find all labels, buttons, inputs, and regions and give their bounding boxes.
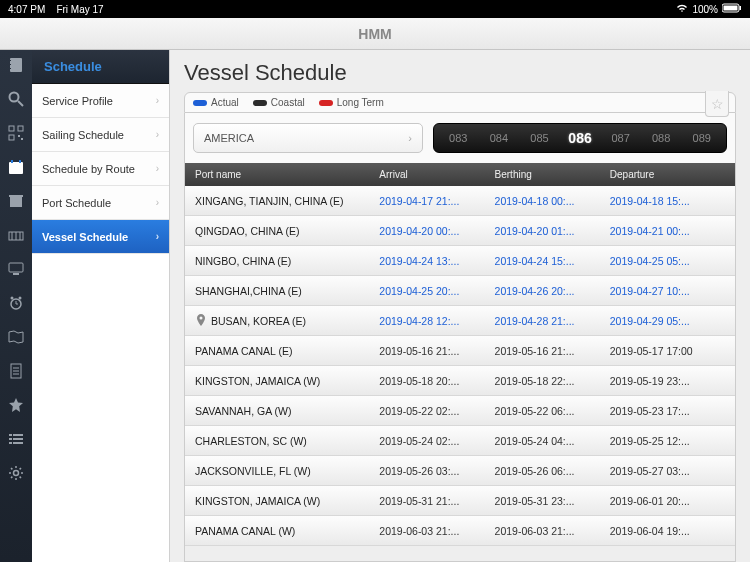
app-title: HMM [358,26,391,42]
svg-rect-34 [9,434,12,436]
table-row[interactable]: XINGANG, TIANJIN, CHINA (E)2019-04-17 21… [185,186,735,216]
voyage-tab-088[interactable]: 088 [641,127,682,149]
berthing-cell: 2019-04-26 20:... [495,285,610,297]
table-row[interactable]: PANAMA CANAL (E)2019-05-16 21:...2019-05… [185,336,735,366]
rail-search-icon[interactable] [7,90,25,108]
chevron-right-icon: › [156,163,159,174]
arrival-cell: 2019-05-24 02:... [379,435,494,447]
svg-rect-15 [11,160,13,163]
sidebar-item-schedule-by-route[interactable]: Schedule by Route› [32,152,169,186]
location-pin-icon [195,314,207,328]
port-name: KINGSTON, JAMAICA (W) [195,375,320,387]
departure-cell: 2019-05-17 17:00 [610,345,725,357]
rail-doc-icon[interactable] [7,362,25,380]
svg-rect-14 [9,162,23,174]
port-name: SAVANNAH, GA (W) [195,405,291,417]
departure-cell: 2019-06-01 20:... [610,495,725,507]
arrival-cell: 2019-05-31 21:... [379,495,494,507]
svg-rect-5 [8,64,11,65]
table-body[interactable]: XINGANG, TIANJIN, CHINA (E)2019-04-17 21… [184,186,736,562]
rail-list-icon[interactable] [7,430,25,448]
arrival-cell: 2019-05-16 21:... [379,345,494,357]
table-row[interactable]: SHANGHAI,CHINA (E)2019-04-25 20:...2019-… [185,276,735,306]
port-name: JACKSONVILLE, FL (W) [195,465,311,477]
table-row[interactable]: JACKSONVILLE, FL (W)2019-05-26 03:...201… [185,456,735,486]
table-row[interactable]: KINGSTON, JAMAICA (W)2019-05-18 20:...20… [185,366,735,396]
arrival-cell: 2019-04-28 12:... [379,315,494,327]
port-cell: BUSAN, KOREA (E) [195,314,379,328]
svg-rect-13 [21,138,23,140]
legend-item-long-term: Long Term [319,97,384,108]
svg-rect-12 [18,135,20,137]
legend-swatch [253,100,267,106]
port-cell: KINGSTON, JAMAICA (W) [195,375,379,387]
svg-rect-2 [740,6,742,10]
port-cell: CHARLESTON, SC (W) [195,435,379,447]
port-name: PANAMA CANAL (E) [195,345,292,357]
voyage-tab-089[interactable]: 089 [681,127,722,149]
sidebar-item-sailing-schedule[interactable]: Sailing Schedule› [32,118,169,152]
rail-qr-icon[interactable] [7,124,25,142]
berthing-cell: 2019-04-20 01:... [495,225,610,237]
port-name: XINGANG, TIANJIN, CHINA (E) [195,195,344,207]
table-row[interactable]: SAVANNAH, GA (W)2019-05-22 02:...2019-05… [185,396,735,426]
arrival-cell: 2019-04-17 21:... [379,195,494,207]
svg-rect-10 [18,126,23,131]
table-header: Port name Arrival Berthing Departure [184,163,736,186]
table-row[interactable]: KINGSTON, JAMAICA (W)2019-05-31 21:...20… [185,486,735,516]
svg-rect-9 [9,126,14,131]
voyage-tabs: 083084085086087088089 [433,123,727,153]
departure-cell: 2019-05-25 12:... [610,435,725,447]
svg-rect-39 [13,442,23,444]
sidebar-item-service-profile[interactable]: Service Profile› [32,84,169,118]
port-name: CHARLESTON, SC (W) [195,435,307,447]
berthing-cell: 2019-04-28 21:... [495,315,610,327]
col-arrival: Arrival [379,169,494,180]
legend-label: Long Term [337,97,384,108]
voyage-tab-084[interactable]: 084 [479,127,520,149]
rail-gear-icon[interactable] [7,464,25,482]
rail-calendar-icon[interactable] [7,158,25,176]
berthing-cell: 2019-04-24 15:... [495,255,610,267]
rail-map-icon[interactable] [7,328,25,346]
voyage-tab-086[interactable]: 086 [560,125,601,151]
legend-label: Actual [211,97,239,108]
sidebar: Schedule Service Profile›Sailing Schedul… [32,50,170,562]
voyage-tab-083[interactable]: 083 [438,127,479,149]
port-cell: SHANGHAI,CHINA (E) [195,285,379,297]
svg-rect-36 [9,438,12,440]
chevron-right-icon: › [408,132,412,144]
table-row[interactable]: CHARLESTON, SC (W)2019-05-24 02:...2019-… [185,426,735,456]
port-cell: XINGANG, TIANJIN, CHINA (E) [195,195,379,207]
favorite-star-button[interactable]: ☆ [705,91,729,117]
rail-monitor-icon[interactable] [7,260,25,278]
rail-star-icon[interactable] [7,396,25,414]
table-row[interactable]: BUSAN, KOREA (E)2019-04-28 12:...2019-04… [185,306,735,336]
table-row[interactable]: NINGBO, CHINA (E)2019-04-24 13:...2019-0… [185,246,735,276]
battery-icon [722,3,742,15]
departure-cell: 2019-05-19 23:... [610,375,725,387]
region-dropdown[interactable]: AMERICA › [193,123,423,153]
departure-cell: 2019-04-21 00:... [610,225,725,237]
voyage-tab-085[interactable]: 085 [519,127,560,149]
port-cell: PANAMA CANAL (E) [195,345,379,357]
rail-building-icon[interactable] [7,192,25,210]
voyage-tab-087[interactable]: 087 [600,127,641,149]
port-cell: JACKSONVILLE, FL (W) [195,465,379,477]
table-row[interactable]: QINGDAO, CHINA (E)2019-04-20 00:...2019-… [185,216,735,246]
departure-cell: 2019-04-27 10:... [610,285,725,297]
port-cell: NINGBO, CHINA (E) [195,255,379,267]
rail-notebook-icon[interactable] [7,56,25,74]
arrival-cell: 2019-04-24 13:... [379,255,494,267]
port-name: PANAMA CANAL (W) [195,525,295,537]
svg-rect-37 [13,438,23,440]
sidebar-item-vessel-schedule[interactable]: Vessel Schedule› [32,220,169,254]
departure-cell: 2019-04-29 05:... [610,315,725,327]
rail-clock-icon[interactable] [7,294,25,312]
sidebar-item-port-schedule[interactable]: Port Schedule› [32,186,169,220]
arrival-cell: 2019-06-03 21:... [379,525,494,537]
berthing-cell: 2019-06-03 21:... [495,525,610,537]
rail-container-icon[interactable] [7,226,25,244]
table-row[interactable]: PANAMA CANAL (W)2019-06-03 21:...2019-06… [185,516,735,546]
chevron-right-icon: › [156,95,159,106]
